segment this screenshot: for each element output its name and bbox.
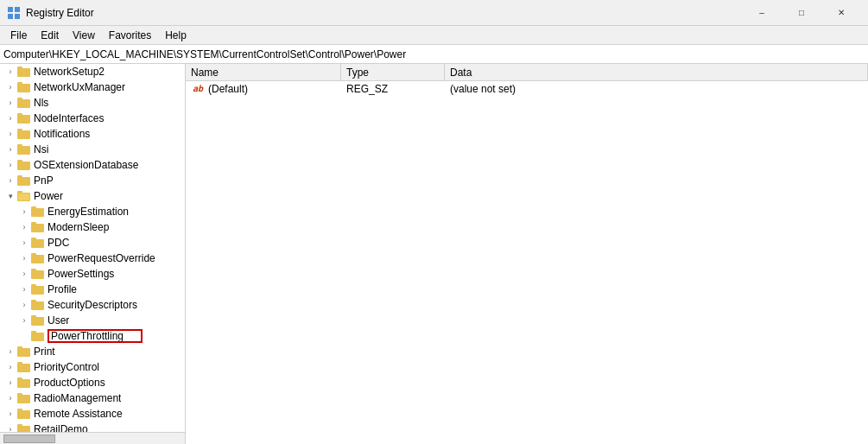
tree-item-print[interactable]: Print — [0, 344, 185, 359]
expand-btn[interactable] — [3, 80, 17, 94]
tree-item-nsi[interactable]: Nsi — [0, 142, 185, 157]
menu-file[interactable]: File — [3, 28, 34, 43]
tree-item-powerthrottling[interactable] — [0, 328, 185, 344]
expand-btn[interactable] — [3, 127, 17, 141]
svg-rect-29 — [31, 255, 44, 263]
expand-btn[interactable] — [17, 314, 31, 327]
svg-rect-47 — [17, 395, 30, 403]
tree-item-energyestimation[interactable]: EnergyEstimation — [0, 204, 185, 219]
tree-label: Nsi — [34, 143, 48, 155]
tree-item-retaildemo[interactable]: RetailDemo — [0, 422, 185, 432]
svg-rect-31 — [31, 270, 44, 279]
tree-item-productoptions[interactable]: ProductOptions — [0, 375, 185, 390]
expand-btn[interactable] — [3, 158, 17, 172]
svg-rect-51 — [17, 426, 30, 432]
svg-rect-46 — [17, 377, 22, 380]
tree-hscrollbar[interactable] — [0, 432, 185, 444]
expand-btn[interactable] — [17, 236, 31, 250]
main-content: NetworkSetup2 NetworkUxManager Nls NodeI… — [0, 64, 868, 444]
tree-item-prioritycontrol[interactable]: PriorityControl — [0, 359, 185, 375]
folder-icon — [31, 330, 45, 342]
tree-item-nodeinterfaces[interactable]: NodeInterfaces — [0, 111, 185, 126]
svg-rect-8 — [17, 99, 30, 108]
cell-name: ab (Default) — [186, 83, 341, 95]
tree-item-radiomanagement[interactable]: RadioManagement — [0, 390, 185, 406]
tree-content[interactable]: NetworkSetup2 NetworkUxManager Nls NodeI… — [0, 64, 185, 432]
menu-favorites[interactable]: Favorites — [102, 28, 158, 43]
svg-rect-14 — [17, 146, 30, 155]
folder-icon — [17, 128, 31, 140]
table-row[interactable]: ab (Default) REG_SZ (value not set) — [186, 81, 868, 97]
right-panel: Name Type Data ab (Default) REG_SZ (valu… — [186, 64, 868, 444]
tree-item-remoteassistance[interactable]: Remote Assistance — [0, 406, 185, 422]
tree-item-power[interactable]: Power — [0, 188, 185, 204]
col-header-name[interactable]: Name — [186, 64, 341, 80]
svg-rect-41 — [17, 348, 30, 357]
expand-btn[interactable] — [17, 282, 31, 296]
tree-item-networkuxmanager[interactable]: NetworkUxManager — [0, 79, 185, 95]
expand-btn[interactable] — [3, 360, 17, 374]
svg-rect-7 — [17, 82, 22, 85]
expand-btn[interactable] — [3, 345, 17, 358]
expand-btn[interactable] — [3, 174, 17, 187]
svg-rect-38 — [31, 315, 36, 318]
expand-btn[interactable] — [3, 143, 17, 156]
tree-item-pnp[interactable]: PnP — [0, 173, 185, 188]
expand-btn[interactable] — [17, 220, 31, 234]
tree-item-osextensiondatabase[interactable]: OSExtensionDatabase — [0, 157, 185, 173]
expand-btn[interactable] — [3, 391, 17, 405]
folder-icon — [17, 408, 31, 420]
tree-label: Print — [34, 346, 55, 358]
expand-btn[interactable] — [3, 96, 17, 110]
svg-rect-37 — [31, 317, 44, 326]
hscroll-thumb[interactable] — [3, 434, 55, 443]
expand-btn[interactable] — [3, 376, 17, 390]
rename-input[interactable] — [48, 329, 143, 343]
tree-item-powersettings[interactable]: PowerSettings — [0, 266, 185, 282]
svg-rect-32 — [31, 269, 36, 271]
menu-help[interactable]: Help — [158, 28, 193, 43]
svg-rect-13 — [17, 129, 22, 131]
menu-view[interactable]: View — [66, 28, 102, 43]
tree-item-user[interactable]: User — [0, 313, 185, 328]
svg-rect-5 — [17, 67, 22, 69]
tree-item-pdc[interactable]: PDC — [0, 235, 185, 251]
minimize-button[interactable]: – — [742, 0, 782, 26]
maximize-button[interactable]: □ — [782, 0, 821, 26]
col-header-data[interactable]: Data — [445, 64, 868, 80]
col-header-type[interactable]: Type — [341, 64, 445, 80]
svg-rect-26 — [31, 222, 36, 225]
svg-rect-2 — [8, 14, 13, 19]
expand-btn[interactable] — [3, 65, 17, 79]
tree-label: Remote Assistance — [34, 408, 123, 420]
expand-btn[interactable] — [17, 267, 31, 281]
tree-item-modernsleep[interactable]: ModernSleep — [0, 219, 185, 235]
tree-label: OSExtensionDatabase — [34, 159, 138, 171]
tree-item-powerrequestoverride[interactable]: PowerRequestOverride — [0, 251, 185, 266]
tree-item-securitydescriptors[interactable]: SecurityDescriptors — [0, 297, 185, 313]
svg-rect-27 — [31, 239, 44, 248]
expand-btn[interactable] — [3, 422, 17, 432]
tree-label: ModernSleep — [48, 221, 109, 233]
svg-rect-34 — [31, 284, 36, 287]
tree-item-notifications[interactable]: Notifications — [0, 126, 185, 142]
expand-btn[interactable] — [17, 298, 31, 312]
tree-label: SecurityDescriptors — [48, 299, 137, 311]
tree-label: NetworkUxManager — [34, 81, 125, 93]
tree-label: PnP — [34, 174, 54, 187]
folder-icon — [17, 392, 31, 404]
expand-btn[interactable] — [3, 407, 17, 421]
svg-rect-9 — [17, 98, 22, 100]
expand-btn[interactable] — [3, 111, 17, 125]
tree-item-profile[interactable]: Profile — [0, 282, 185, 297]
close-button[interactable]: ✕ — [821, 0, 861, 26]
tree-item-nls[interactable]: Nls — [0, 95, 185, 111]
cell-data: (value not set) — [445, 83, 868, 95]
folder-icon — [17, 377, 31, 389]
folder-icon — [31, 314, 45, 327]
tree-item-networksetup2[interactable]: NetworkSetup2 — [0, 64, 185, 79]
expand-btn[interactable] — [17, 205, 31, 219]
expand-btn[interactable] — [17, 251, 31, 265]
expand-btn[interactable] — [3, 189, 17, 203]
menu-edit[interactable]: Edit — [34, 28, 66, 43]
